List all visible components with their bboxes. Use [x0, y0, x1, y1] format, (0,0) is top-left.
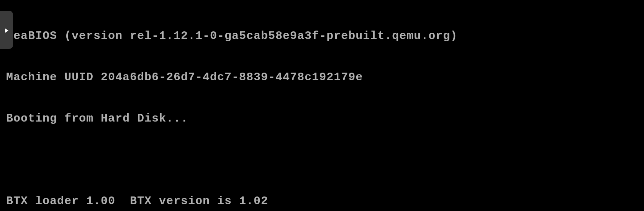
- boot-terminal: SeaBIOS (version rel-1.12.1-0-ga5cab58e9…: [0, 0, 644, 211]
- expand-panel-button[interactable]: [0, 11, 13, 49]
- terminal-line: [6, 153, 638, 167]
- play-icon: [3, 24, 10, 37]
- terminal-line: Machine UUID 204a6db6-26d7-4dc7-8839-447…: [6, 70, 638, 84]
- terminal-line: BTX loader 1.00 BTX version is 1.02: [6, 194, 638, 208]
- terminal-line: Booting from Hard Disk...: [6, 112, 638, 125]
- terminal-line: SeaBIOS (version rel-1.12.1-0-ga5cab58e9…: [6, 29, 638, 43]
